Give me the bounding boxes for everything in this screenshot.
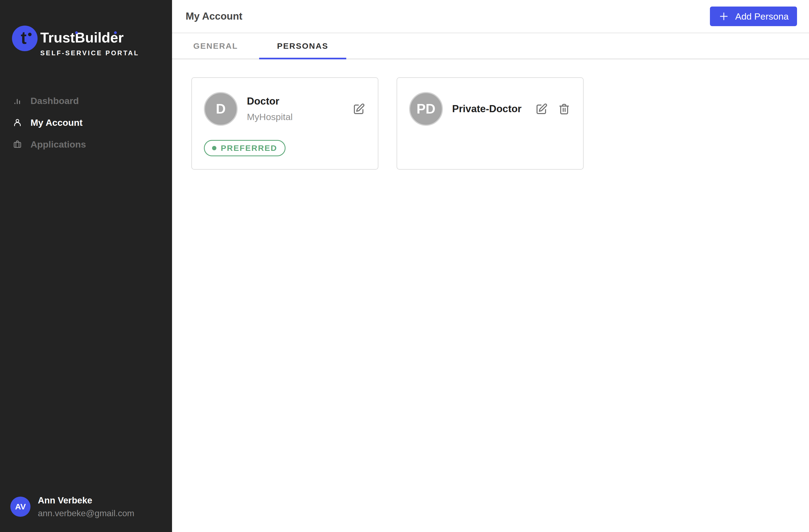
persona-initials: D (216, 101, 226, 117)
sidebar-user[interactable]: AV Ann Verbeke ann.verbeke@gmail.com (10, 495, 134, 518)
sidebar-item-applications[interactable]: Applications (0, 133, 172, 155)
user-name: Ann Verbeke (38, 495, 134, 506)
edit-icon (352, 103, 365, 116)
persona-organization: MyHospital (247, 111, 293, 122)
logo-accent-dot (28, 33, 32, 36)
user-meta: Ann Verbeke ann.verbeke@gmail.com (38, 495, 134, 518)
sidebar: t TrustBuilder SELF-SERVICE PORTAL (0, 0, 172, 532)
page-title: My Account (186, 11, 242, 22)
badge-label: PREFERRED (221, 143, 277, 153)
persona-name: Private-Doctor (452, 103, 521, 115)
brand-logo: t TrustBuilder SELF-SERVICE PORTAL (12, 25, 139, 57)
user-email: ann.verbeke@gmail.com (38, 508, 134, 518)
preferred-badge: PREFERRED (204, 140, 286, 156)
user-avatar: AV (10, 497, 31, 517)
sidebar-item-my-account[interactable]: My Account (0, 111, 172, 133)
trustbuilder-logo-icon: t (12, 25, 38, 51)
brand-name-part1: Trust (40, 30, 75, 46)
page-header: My Account Add Persona (172, 0, 809, 33)
portal-subtitle: SELF-SERVICE PORTAL (40, 49, 139, 57)
logo-accent-dot (114, 31, 117, 34)
tab-bar: GENERAL PERSONAS (172, 33, 809, 59)
persona-name: Doctor (247, 95, 293, 107)
persona-avatar: D (204, 92, 238, 126)
persona-avatar: PD (409, 92, 443, 126)
edit-persona-button[interactable] (352, 103, 365, 116)
sidebar-nav: Dashboard My Account (0, 90, 172, 155)
briefcase-icon (13, 140, 22, 149)
sidebar-item-label: Applications (31, 139, 86, 150)
persona-initials: PD (416, 101, 435, 117)
main-content: My Account Add Persona GENERAL PERSONAS (172, 0, 809, 532)
sidebar-item-dashboard[interactable]: Dashboard (0, 90, 172, 111)
sidebar-item-label: Dashboard (31, 96, 79, 106)
trash-icon (558, 103, 570, 116)
brand-wordmark: TrustBuilder (40, 30, 139, 46)
persona-info: Doctor MyHospital (247, 95, 293, 122)
tab-label: PERSONAS (277, 41, 328, 51)
persona-card-doctor: D Doctor MyHospital (191, 77, 378, 170)
plus-icon (718, 11, 729, 22)
tab-label: GENERAL (193, 41, 238, 51)
persona-actions (352, 103, 365, 116)
brand-wordmark-block: TrustBuilder SELF-SERVICE PORTAL (40, 25, 139, 57)
tab-general[interactable]: GENERAL (172, 33, 259, 58)
app-root: t TrustBuilder SELF-SERVICE PORTAL (0, 0, 809, 532)
bar-chart-icon (13, 96, 22, 105)
user-initials: AV (15, 502, 25, 511)
delete-persona-button[interactable] (558, 103, 570, 116)
edit-icon (535, 103, 548, 116)
persona-cards: D Doctor MyHospital (172, 59, 809, 170)
person-icon (13, 118, 22, 127)
badge-dot-icon (212, 146, 217, 150)
logo-letter: t (21, 29, 27, 47)
add-persona-label: Add Persona (735, 11, 789, 22)
persona-row: D Doctor MyHospital (204, 92, 365, 126)
persona-actions (535, 103, 570, 116)
tab-personas[interactable]: PERSONAS (259, 33, 346, 58)
sidebar-item-label: My Account (31, 117, 83, 128)
logo-accent-dot (75, 31, 78, 34)
persona-row: PD Private-Doctor (409, 92, 570, 126)
edit-persona-button[interactable] (535, 103, 548, 116)
persona-card-private-doctor: PD Private-Doctor (397, 77, 584, 170)
add-persona-button[interactable]: Add Persona (710, 6, 797, 26)
persona-info: Private-Doctor (452, 103, 521, 115)
